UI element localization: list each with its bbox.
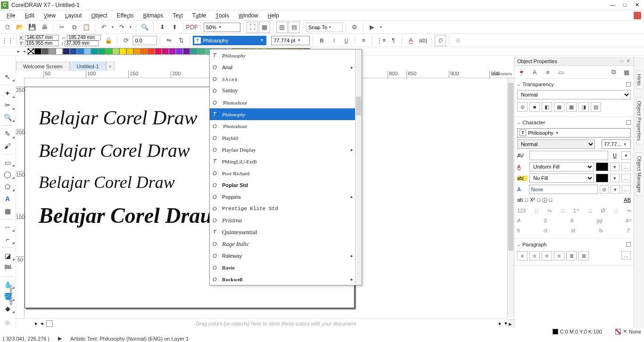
undo-button[interactable]: ↶	[98, 22, 109, 33]
zoom-tool[interactable]: 🔍◢	[0, 112, 15, 122]
user-account-icon[interactable]	[634, 12, 641, 19]
menu-window[interactable]: Window	[234, 11, 263, 20]
font-list-item[interactable]: OPoppins▸	[210, 191, 355, 203]
fill-swatch[interactable]	[553, 329, 558, 334]
x-input[interactable]	[25, 35, 59, 41]
caps-button[interactable]: ⓘ	[542, 197, 547, 204]
fill-tab-icon[interactable]: A	[530, 68, 539, 76]
undo-arrow[interactable]: ▾	[110, 22, 115, 33]
ellipse-tool[interactable]: ◯◢	[0, 169, 15, 179]
frame-tab-icon[interactable]: ▭	[557, 68, 565, 76]
underline-button[interactable]: U	[340, 35, 352, 46]
color-swatch[interactable]	[49, 48, 56, 55]
drop-shadow-tool[interactable]: ◪◢	[0, 251, 15, 261]
color-swatch[interactable]	[133, 48, 140, 55]
align-center-button[interactable]: ≡	[542, 251, 552, 261]
char-font-combo[interactable]: T Philosophy▼	[517, 128, 631, 138]
paste-button[interactable]: 📋	[81, 22, 92, 33]
presets-button[interactable]: ⋮⋮	[2, 35, 13, 46]
char-outline-input[interactable]	[529, 185, 598, 194]
dropcap-button[interactable]: ¶	[388, 35, 399, 46]
color-swatch[interactable]	[105, 48, 112, 55]
menu-text[interactable]: Text	[168, 11, 188, 20]
print-button[interactable]: 🖶	[39, 22, 50, 33]
menu-edit[interactable]: Edit	[20, 11, 39, 20]
color-swatch[interactable]	[91, 48, 98, 55]
width-input[interactable]	[67, 35, 101, 41]
menu-bitmaps[interactable]: Bitmaps	[139, 11, 168, 20]
font-list-item[interactable]: O'Photoshoot	[210, 97, 355, 108]
palette-menu-icon[interactable]: ▸	[16, 48, 21, 55]
transp-pattern-icon[interactable]: ▦	[554, 102, 564, 112]
bold-button[interactable]: B	[316, 35, 327, 46]
font-size-combo[interactable]: 77.774 pt▼	[271, 36, 310, 45]
menu-tools[interactable]: Tools	[211, 11, 234, 20]
color-swatch[interactable]	[77, 48, 84, 55]
transp-uniform-icon[interactable]: ■	[529, 102, 540, 112]
outline-more[interactable]: …	[622, 185, 631, 194]
bullets-button[interactable]: ⋮≡	[375, 35, 387, 46]
tab-add[interactable]: +	[106, 62, 115, 71]
panel-title-bar[interactable]: Object Properties›› ✕	[514, 57, 634, 66]
quick-customize-button[interactable]: ⊕	[0, 318, 15, 328]
color-swatch[interactable]	[197, 48, 204, 55]
maximize-button[interactable]: □	[620, 2, 629, 8]
color-swatch[interactable]	[112, 48, 119, 55]
align-left-button[interactable]: ≡	[529, 251, 540, 261]
bg-more[interactable]: …	[621, 174, 631, 182]
no-color-swatch[interactable]	[27, 48, 34, 55]
publish-pdf-button[interactable]: PDF	[186, 22, 198, 33]
char-format-button[interactable]: A̲	[405, 35, 416, 46]
menu-view[interactable]: View	[39, 11, 60, 20]
crop-tool[interactable]: ✂◢	[0, 100, 15, 111]
mirror-h-button[interactable]: ⇋	[163, 35, 174, 46]
font-list-scrollbar[interactable]	[355, 49, 362, 285]
palette-left-icon[interactable]: ◂	[22, 48, 26, 55]
color-swatch[interactable]	[63, 48, 70, 55]
snap-combo[interactable]: Snap To▾	[306, 23, 343, 32]
zoom-combo[interactable]: 50%▼	[204, 23, 240, 32]
tab-welcome[interactable]: Welcome Screen	[16, 62, 70, 71]
save-button[interactable]: 💾	[26, 22, 38, 33]
subscript-button[interactable]: ab	[517, 197, 523, 204]
font-list-item[interactable]: OShink	[210, 73, 355, 85]
transp-none-icon[interactable]: ⊘	[517, 102, 528, 112]
no-align-button[interactable]: ≡	[517, 251, 528, 261]
no-color-swatch[interactable]	[46, 320, 53, 327]
artistic-media-tool[interactable]: 🖌	[0, 141, 15, 151]
rotation-input[interactable]	[132, 36, 157, 45]
document-palette[interactable]: ▸ ◂ Drag colors (or objects) here to sto…	[16, 318, 507, 328]
font-list-item[interactable]: ƬPMingLiU-ExtB	[210, 155, 355, 167]
font-list-item[interactable]: OPrestige Elite Std	[210, 203, 355, 214]
show-grid-button[interactable]: ▥	[276, 22, 288, 33]
menu-object[interactable]: Object	[87, 11, 112, 20]
close-button[interactable]: ✕	[633, 2, 641, 8]
outline-tab-icon[interactable]: 🍷	[517, 68, 526, 76]
color-swatch[interactable]	[155, 48, 162, 55]
transp-twocolor-icon[interactable]: ◨	[578, 102, 589, 112]
font-list-item[interactable]: OPristina	[210, 214, 355, 226]
font-list-item[interactable]: ORage Italic	[210, 238, 355, 250]
shape-tool[interactable]: ✦◢	[0, 88, 15, 98]
color-swatch[interactable]	[176, 48, 183, 55]
color-swatch[interactable]	[126, 48, 133, 55]
align-force-button[interactable]: ≣	[578, 251, 589, 261]
font-list-item[interactable]: OSantuy	[210, 85, 355, 97]
color-swatch[interactable]	[148, 48, 155, 55]
new-button[interactable]: 🗋	[2, 22, 13, 33]
alignment-button[interactable]: ≡	[358, 35, 369, 46]
docker-tab-object-properties[interactable]: Object Properties	[636, 98, 642, 144]
char-fill-select[interactable]: Uniform Fill	[529, 162, 594, 171]
fill-color-swatch[interactable]	[596, 163, 608, 171]
panel-opts2-icon[interactable]: ▦	[622, 68, 631, 76]
font-list-item[interactable]: OPlayfair Display▸	[210, 144, 355, 155]
artistic-text-2[interactable]: Belajar Corel Draw	[39, 139, 190, 162]
font-list-item[interactable]: OPoplar Std	[210, 179, 355, 191]
launch-button[interactable]: ▶	[366, 22, 378, 33]
show-guides-button[interactable]: ▤	[289, 22, 300, 33]
color-swatch[interactable]	[98, 48, 105, 55]
height-input[interactable]	[65, 41, 99, 46]
transp-fountain-icon[interactable]: ◧	[542, 102, 552, 112]
palette-left-icon[interactable]: ◂	[41, 320, 43, 326]
transp-bitmap-icon[interactable]: ▩	[566, 102, 577, 112]
